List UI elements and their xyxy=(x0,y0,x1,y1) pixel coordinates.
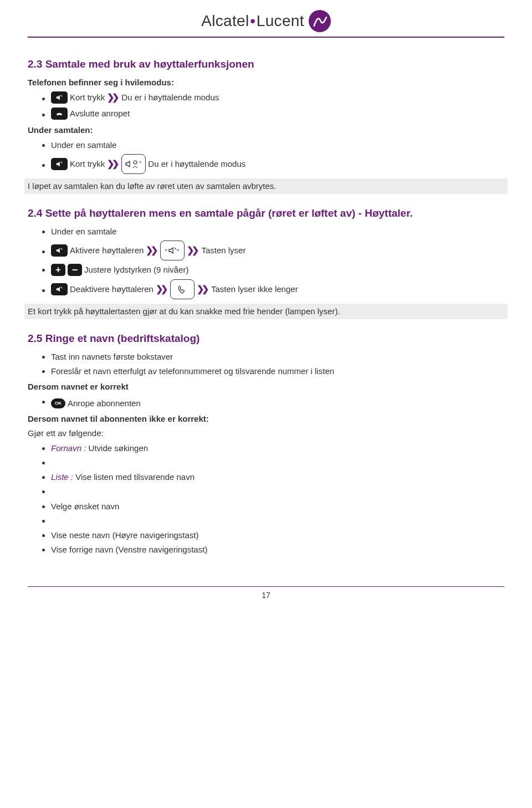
list-item: Under en samtale xyxy=(51,140,504,151)
key-lit-label: Tasten lyser xyxy=(201,245,245,256)
list-item: OK Anrope abonnenten xyxy=(51,396,504,410)
svg-line-4 xyxy=(61,248,63,250)
do-one-of: Gjør ett av følgende: xyxy=(28,428,504,439)
ok-key-icon: OK xyxy=(51,398,65,408)
list-item: Foreslår et navn etterfulgt av telefonnu… xyxy=(51,366,504,377)
chevron-icon: ❯❯ xyxy=(197,283,209,295)
chevron-icon: ❯❯ xyxy=(156,283,168,295)
plus-key-icon: + xyxy=(51,264,65,276)
minus-key-icon: − xyxy=(68,264,82,276)
svg-point-2 xyxy=(134,161,137,164)
call-subscriber-label: Anrope abonnenten xyxy=(68,398,141,409)
section-2-4-title: 2.4 Sette på høyttaleren mens en samtale… xyxy=(28,206,504,221)
svg-line-8 xyxy=(61,287,63,289)
section-2-3-note: I løpet av samtalen kan du løfte av røre… xyxy=(24,178,508,194)
list-item: Avslutte anropet xyxy=(51,108,504,120)
display-speaker-person-icon: « xyxy=(121,154,146,174)
list-item: Tast inn navnets første bokstaver xyxy=(51,351,504,362)
brand-part2: Lucent xyxy=(257,12,304,29)
menu-fornavn-desc: Utvide søkingen xyxy=(89,443,149,453)
list-item: Liste : Vise listen med tilsvarende navn xyxy=(51,472,504,483)
hangup-label: Avslutte anropet xyxy=(70,108,130,119)
result-label: Du er i høyttalende modus xyxy=(148,158,245,170)
section-2-4-note: Et kort trykk på høyttalertasten gjør at… xyxy=(24,304,508,319)
section-2-5-title: 2.5 Ringe et navn (bedriftskatalog) xyxy=(28,331,504,346)
if-incorrect-heading: Dersom navnet til abonnenten ikke er kor… xyxy=(28,413,504,425)
if-correct-list: OK Anrope abonnenten xyxy=(51,396,504,410)
menu-liste: Liste : xyxy=(51,472,73,482)
svg-line-6 xyxy=(175,248,176,249)
idle-mode-heading: Telefonen befinner seg i hvilemodus: xyxy=(28,77,504,88)
brand-logo-icon xyxy=(309,10,331,32)
list-item: Kort trykk ❯❯ « Du er i høyttalende modu… xyxy=(51,154,504,174)
short-press-label: Kort trykk xyxy=(70,92,105,103)
list-item: Velge ønsket navn xyxy=(51,501,504,512)
during-call-heading: Under samtalen: xyxy=(28,125,504,136)
chevron-icon: ❯❯ xyxy=(107,158,119,170)
svg-line-1 xyxy=(61,162,63,163)
chevron-icon: ❯❯ xyxy=(187,244,199,257)
brand-dot-icon: • xyxy=(250,13,255,29)
list-item: Fornavn : Utvide søkingen xyxy=(51,443,504,454)
deactivate-label: Deaktivere høyttaleren xyxy=(70,284,154,295)
svg-line-0 xyxy=(61,95,63,97)
svg-text:«: « xyxy=(177,247,180,253)
list-item-empty xyxy=(51,486,504,497)
list-item-empty xyxy=(51,515,504,526)
volume-label: Justere lydstyrken (9 nivåer) xyxy=(84,264,188,275)
menu-liste-desc: Vise listen med tilsvarende navn xyxy=(75,472,195,482)
during-call-list: Under en samtale Kort trykk ❯❯ « Du er i… xyxy=(51,140,504,174)
page-footer: 17 xyxy=(28,586,504,601)
section-2-3-title: 2.3 Samtale med bruk av høyttalerfunksjo… xyxy=(28,57,504,71)
speaker-key-icon xyxy=(51,158,68,170)
speaker-key-icon xyxy=(51,244,68,257)
short-press-result: Du er i høyttalende modus xyxy=(121,92,219,103)
key-off-label: Tasten lyser ikke lenger xyxy=(211,284,298,295)
list-item: + − Justere lydstyrken (9 nivåer) xyxy=(51,264,504,276)
section-2-5-list: Tast inn navnets første bokstaver Foresl… xyxy=(51,351,504,377)
list-item: Deaktivere høyttaleren ❯❯ ❯❯ Tasten lyse… xyxy=(51,279,504,299)
svg-text:«: « xyxy=(139,160,142,165)
chevron-icon: ❯❯ xyxy=(107,91,119,104)
display-speaker-active-icon: » « xyxy=(160,241,185,260)
speaker-key-icon xyxy=(51,283,68,295)
if-correct-heading: Dersom navnet er korrekt xyxy=(28,381,504,392)
short-press-label: Kort trykk xyxy=(70,158,105,170)
list-item: Vise forrige navn (Venstre navigeringsta… xyxy=(51,544,504,555)
page-number: 17 xyxy=(262,591,270,600)
list-item: Vise neste navn (Høyre navigeringstast) xyxy=(51,530,504,541)
if-incorrect-list: Fornavn : Utvide søkingen Liste : Vise l… xyxy=(51,443,504,556)
list-item-empty xyxy=(51,457,504,468)
speaker-key-icon xyxy=(51,91,68,104)
svg-text:»: » xyxy=(165,247,167,253)
brand-part1: Alcatel xyxy=(201,12,249,29)
menu-fornavn: Fornavn : xyxy=(51,443,86,453)
idle-mode-list: Kort trykk ❯❯Du er i høyttalende modus A… xyxy=(51,91,504,121)
hangup-key-icon xyxy=(51,108,68,120)
chevron-icon: ❯❯ xyxy=(146,244,158,257)
display-handset-icon xyxy=(170,279,195,299)
activate-label: Aktivere høyttaleren xyxy=(70,245,144,256)
list-item: Under en samtale xyxy=(51,226,504,237)
page-header: Alcatel•Lucent xyxy=(28,0,504,38)
list-item: Aktivere høyttaleren ❯❯ » « ❯❯ Tasten ly… xyxy=(51,241,504,260)
list-item: Kort trykk ❯❯Du er i høyttalende modus xyxy=(51,91,504,104)
section-2-4-list: Under en samtale Aktivere høyttaleren ❯❯… xyxy=(51,226,504,299)
brand-name: Alcatel•Lucent xyxy=(201,11,304,32)
